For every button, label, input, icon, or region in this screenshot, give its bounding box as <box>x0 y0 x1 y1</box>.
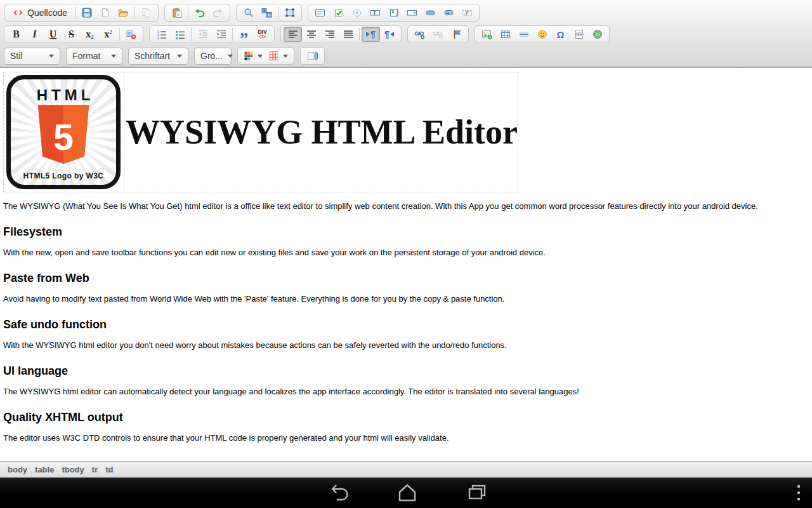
font-size-dropdown[interactable]: Grö... <box>194 48 232 65</box>
editor-toolbar: Quellcode <box>0 0 812 68</box>
bold-button[interactable]: B <box>7 27 25 42</box>
home-icon <box>396 483 419 502</box>
radio-button-button[interactable] <box>348 5 366 20</box>
elementpath-tbody[interactable]: tbody <box>62 465 84 474</box>
elementpath-tr[interactable]: tr <box>92 465 98 474</box>
outdent-button[interactable] <box>193 27 212 42</box>
new-document-button[interactable] <box>96 5 114 20</box>
undo-button[interactable] <box>190 5 209 20</box>
save-button[interactable] <box>77 5 96 20</box>
select-all-icon <box>285 8 295 18</box>
home-button[interactable] <box>396 483 419 502</box>
subscript-icon: x <box>86 29 91 39</box>
text-color-button[interactable] <box>240 48 266 64</box>
style-dropdown[interactable]: Stil <box>4 48 60 65</box>
insert-image-button[interactable] <box>478 27 496 42</box>
form-button[interactable] <box>311 5 329 20</box>
align-right-button[interactable] <box>320 27 339 42</box>
strikethrough-button[interactable]: S <box>62 27 81 42</box>
superscript-icon: x <box>104 29 109 39</box>
align-left-button[interactable] <box>284 27 302 42</box>
section-heading: UI language <box>3 364 807 378</box>
find-button[interactable] <box>239 5 258 20</box>
text-direction-rtl-button[interactable]: ¶ <box>380 27 398 42</box>
button-field-button[interactable] <box>421 5 440 20</box>
toolbar-row-2: B I U S x2 x2 123 <box>4 25 808 43</box>
justify-button[interactable] <box>339 27 357 42</box>
replace-button[interactable]: ab <box>258 5 276 20</box>
source-code-label: Quellcode <box>27 8 67 18</box>
remove-format-icon <box>126 29 136 39</box>
insert-table-button[interactable] <box>496 27 514 42</box>
underline-icon: U <box>49 29 57 39</box>
hidden-field-button[interactable] <box>458 5 476 20</box>
text-field-button[interactable] <box>366 5 384 20</box>
superscript-mark: 2 <box>109 29 112 35</box>
numbered-list-icon: 123 <box>157 29 167 39</box>
svg-text:a: a <box>263 8 266 13</box>
show-blocks-button[interactable] <box>303 48 322 64</box>
elementpath-body[interactable]: body <box>8 465 27 474</box>
replace-icon: ab <box>261 8 272 18</box>
textarea-icon <box>389 8 399 18</box>
smiley-button[interactable] <box>533 27 551 42</box>
superscript-button[interactable]: x2 <box>99 27 117 42</box>
menu-button[interactable] <box>797 478 801 508</box>
elementpath-td[interactable]: td <box>105 465 113 474</box>
unlink-button[interactable] <box>429 27 447 42</box>
image-button-button[interactable] <box>440 5 458 20</box>
elementpath-table[interactable]: table <box>35 465 54 474</box>
new-document-icon <box>100 8 110 18</box>
select-field-button[interactable] <box>403 5 421 20</box>
format-dropdown[interactable]: Format <box>66 48 122 65</box>
align-center-button[interactable] <box>302 27 320 42</box>
iframe-button[interactable] <box>588 27 606 42</box>
anchor-icon <box>452 29 462 39</box>
separator <box>191 28 192 41</box>
editor-document[interactable]: HTML 5 HTML5 Logo by W3C WYSIWYG HTML Ed… <box>0 68 812 461</box>
source-code-button[interactable]: Quellcode <box>7 5 73 20</box>
font-dropdown-label: Schriftart <box>134 51 170 61</box>
group-file: Quellcode <box>4 4 159 22</box>
table-cell-logo: HTML 5 HTML5 Logo by W3C <box>4 72 124 192</box>
special-character-button[interactable]: Ω <box>551 27 570 42</box>
document-title: WYSIWYG HTML Editor <box>126 112 518 152</box>
text-direction-ltr-button[interactable]: ¶ <box>362 27 380 42</box>
indent-button[interactable] <box>212 27 230 42</box>
blockquote-button[interactable]: ” <box>235 27 253 42</box>
paste-button[interactable] <box>167 5 186 20</box>
link-button[interactable] <box>410 27 429 42</box>
align-left-icon <box>288 29 298 39</box>
text-field-icon <box>370 8 381 18</box>
numbered-list-button[interactable]: 123 <box>152 27 171 42</box>
format-dropdown-label: Format <box>72 51 100 61</box>
background-color-button[interactable] <box>266 48 291 64</box>
underline-button[interactable]: U <box>44 27 62 42</box>
bulleted-list-button[interactable] <box>171 27 189 42</box>
div-container-button[interactable]: DIV</> <box>253 27 272 42</box>
group-insert: Ω <box>475 25 610 43</box>
select-all-button[interactable] <box>280 5 299 20</box>
subscript-button[interactable]: x2 <box>81 27 99 42</box>
remove-format-button[interactable] <box>122 27 140 42</box>
recents-button[interactable] <box>466 483 488 502</box>
checkbox-button[interactable] <box>329 5 348 20</box>
section-paragraph: With the WYSIWYG html editor you don't n… <box>3 340 807 351</box>
anchor-button[interactable] <box>447 27 466 42</box>
open-file-button[interactable] <box>114 5 133 20</box>
ltr-icon: ¶ <box>366 30 376 39</box>
italic-button[interactable]: I <box>25 27 44 42</box>
save-icon <box>82 8 92 18</box>
group-basicstyles: B I U S x2 x2 <box>4 25 143 43</box>
copy-button[interactable] <box>137 5 155 20</box>
textarea-button[interactable] <box>384 5 403 20</box>
page-break-button[interactable] <box>570 27 588 42</box>
horizontal-rule-button[interactable] <box>514 27 533 42</box>
font-size-dropdown-label: Grö... <box>200 51 223 61</box>
separator <box>359 28 360 41</box>
back-button[interactable] <box>324 483 349 502</box>
font-dropdown[interactable]: Schriftart <box>128 48 188 65</box>
redo-button[interactable] <box>209 5 227 20</box>
separator <box>119 28 120 41</box>
separator <box>75 6 75 19</box>
